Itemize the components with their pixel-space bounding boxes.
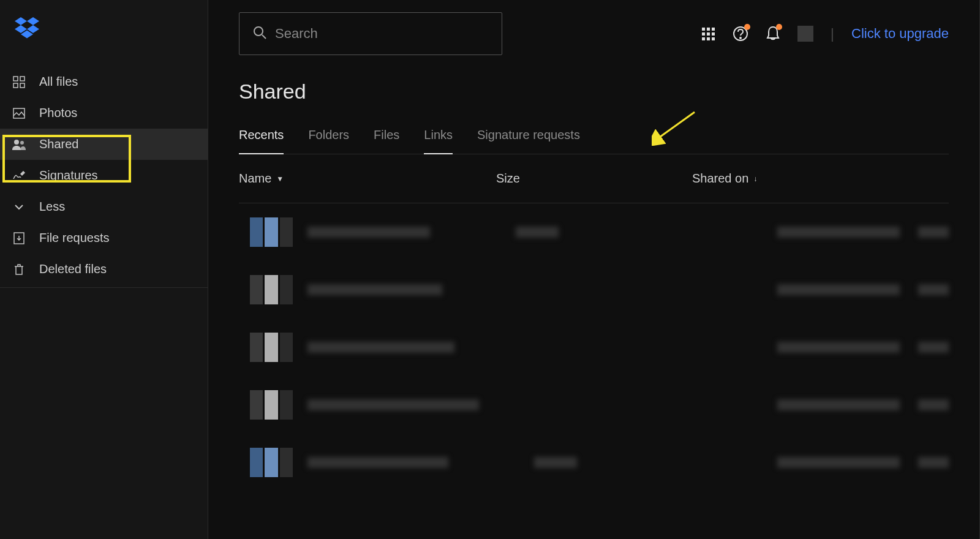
upgrade-link[interactable]: Click to upgrade (851, 26, 949, 42)
svg-point-6 (20, 141, 24, 145)
top-icons: | Click to upgrade (701, 25, 949, 42)
tab-links[interactable]: Links (424, 122, 453, 154)
tab-files[interactable]: Files (374, 122, 399, 154)
table-rows (239, 203, 949, 491)
signature-icon (12, 169, 26, 183)
sidebar-item-file-requests[interactable]: File requests (0, 222, 208, 254)
sidebar-item-label: Less (39, 200, 65, 214)
svg-rect-16 (707, 37, 710, 40)
table-row[interactable] (239, 440, 949, 485)
sidebar-item-photos[interactable]: Photos (0, 97, 208, 129)
redacted-date (777, 457, 900, 468)
image-icon (12, 107, 26, 120)
svg-rect-13 (707, 32, 710, 36)
svg-rect-14 (712, 32, 715, 36)
svg-rect-2 (13, 83, 18, 88)
tabs: Recents Folders Files Links Signature re… (239, 122, 949, 154)
sidebar-item-less[interactable]: Less (0, 191, 208, 222)
trash-icon (12, 263, 26, 276)
redacted-date (777, 399, 900, 410)
sidebar-item-label: Shared (39, 137, 79, 151)
apps-grid-icon[interactable] (701, 26, 715, 41)
sidebar-item-label: All files (39, 75, 78, 89)
svg-rect-15 (702, 37, 705, 40)
sidebar-item-signatures[interactable]: Signatures (0, 160, 208, 191)
redacted-cell (918, 399, 949, 410)
redacted-name (307, 342, 454, 353)
table-row[interactable] (239, 267, 949, 312)
top-bar: | Click to upgrade (239, 12, 949, 55)
sidebar-item-label: Signatures (39, 168, 98, 183)
main-content: | Click to upgrade Shared Recents Folder… (208, 0, 980, 539)
sidebar-item-shared[interactable]: Shared (0, 129, 208, 160)
svg-rect-0 (13, 77, 18, 81)
svg-point-8 (254, 27, 263, 36)
sidebar-item-all-files[interactable]: All files (0, 66, 208, 97)
sidebar-item-label: Deleted files (39, 262, 107, 276)
redacted-date (777, 284, 900, 295)
search-box[interactable] (239, 12, 502, 55)
tab-signature-requests[interactable]: Signature requests (477, 122, 580, 154)
svg-rect-12 (702, 32, 705, 36)
redacted-cell (918, 227, 949, 238)
svg-rect-11 (712, 28, 715, 31)
column-header-size[interactable]: Size (496, 172, 692, 186)
people-icon (12, 138, 26, 151)
bell-icon[interactable] (766, 26, 780, 42)
search-icon (253, 26, 266, 42)
svg-rect-1 (20, 77, 24, 81)
sidebar-item-label: File requests (39, 231, 110, 245)
grid-icon (12, 75, 26, 89)
sort-caret-icon: ▼ (276, 175, 284, 183)
redacted-cell (918, 284, 949, 295)
file-thumbnail (250, 390, 293, 420)
svg-rect-9 (702, 28, 705, 31)
app-root: All files Photos Shared Signatures Less (0, 0, 980, 539)
redacted-name (307, 399, 479, 410)
chevron-down-icon (12, 200, 26, 214)
svg-rect-10 (707, 28, 710, 31)
dropbox-logo[interactable] (0, 17, 208, 42)
sidebar: All files Photos Shared Signatures Less (0, 0, 208, 539)
tab-recents[interactable]: Recents (239, 122, 284, 154)
table-row[interactable] (239, 209, 949, 255)
tab-folders[interactable]: Folders (308, 122, 349, 154)
svg-rect-17 (712, 37, 715, 40)
help-icon[interactable] (733, 26, 748, 42)
redacted-date (777, 227, 900, 238)
redacted-date (777, 342, 900, 353)
notification-dot (744, 24, 750, 30)
table-header: Name ▼ Size Shared on ↓ (239, 154, 949, 203)
file-thumbnail (250, 448, 293, 477)
file-thumbnail (250, 217, 293, 247)
sidebar-divider (0, 287, 208, 288)
svg-point-5 (14, 140, 19, 145)
column-header-name[interactable]: Name ▼ (239, 172, 496, 186)
redacted-name (307, 284, 442, 295)
redacted-name (307, 457, 448, 468)
file-download-icon (12, 232, 26, 245)
svg-rect-3 (20, 83, 24, 88)
table-row[interactable] (239, 325, 949, 370)
file-thumbnail (250, 333, 293, 362)
avatar[interactable] (797, 26, 813, 42)
notification-dot (776, 24, 782, 30)
page-title: Shared (239, 80, 949, 104)
divider-pipe: | (831, 25, 834, 42)
search-input[interactable] (275, 26, 488, 42)
sidebar-item-label: Photos (39, 106, 77, 120)
table-row[interactable] (239, 382, 949, 428)
sidebar-item-deleted-files[interactable]: Deleted files (0, 254, 208, 285)
column-header-shared-on[interactable]: Shared on ↓ (692, 172, 949, 186)
redacted-size (516, 227, 559, 238)
redacted-name (307, 227, 430, 238)
redacted-size (534, 457, 577, 468)
redacted-cell (918, 342, 949, 353)
file-thumbnail (250, 275, 293, 304)
redacted-cell (918, 457, 949, 468)
sort-arrow-icon: ↓ (753, 175, 757, 183)
svg-point-19 (740, 37, 741, 39)
